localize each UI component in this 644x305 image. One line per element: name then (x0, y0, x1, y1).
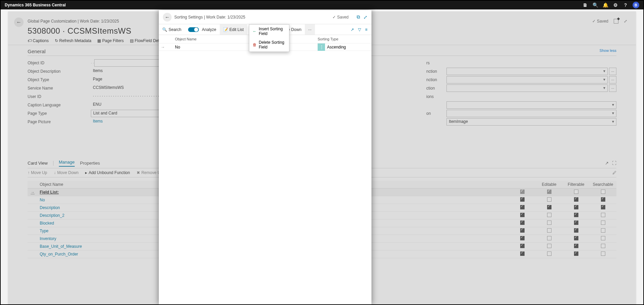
avatar[interactable]: B (633, 2, 639, 8)
modal-more-actions[interactable]: ··· (305, 24, 315, 35)
modal-filter-icon[interactable]: ▽ (358, 27, 361, 32)
modal-col-objname: Object Name (174, 37, 318, 41)
modal-back-button[interactable]: ← (163, 13, 172, 22)
row-actions-icon[interactable]: ⋮ (318, 43, 325, 51)
app-title: Dynamics 365 Business Central (5, 3, 66, 7)
gear-icon[interactable]: ⚙ (610, 2, 620, 8)
modal-expand-icon[interactable]: ⤢ (363, 14, 367, 20)
modal-share-icon[interactable]: ↗ (351, 27, 354, 32)
modal-edit-list[interactable]: 📝 Edit List (220, 24, 247, 35)
modal-col-sorttype: Sorting Type (318, 37, 371, 41)
modal-popout-icon[interactable]: ⧉ (357, 14, 360, 20)
sorting-settings-modal: ← Sorting Settings | Work Date: 1/23/202… (159, 10, 371, 304)
modal-crumb: Sorting Settings | Work Date: 1/23/2025 (174, 15, 245, 20)
help-icon[interactable]: ? (620, 2, 631, 8)
sort-type-value[interactable]: Ascending (327, 45, 346, 49)
row-arrow-icon: → (159, 45, 167, 49)
doc-icon[interactable]: 🗎 (580, 2, 590, 8)
analyze-toggle[interactable] (188, 27, 199, 32)
modal-list-icon[interactable]: ≡ (365, 27, 367, 32)
modal-analyze[interactable]: Analyze (185, 24, 220, 35)
sort-field-name[interactable]: No (174, 45, 318, 49)
modal-search[interactable]: 🔍 Search (159, 24, 185, 35)
modal-saved-status: Saved (332, 15, 349, 20)
search-icon[interactable]: 🔍 (590, 2, 600, 8)
bell-icon[interactable]: 🔔 (600, 2, 610, 8)
more-actions-dropdown: ←Insert Sorting Field 🗑Delete Sorting Fi… (249, 24, 289, 52)
insert-sorting-field[interactable]: ←Insert Sorting Field (249, 25, 289, 38)
delete-sorting-field[interactable]: 🗑Delete Sorting Field (249, 38, 289, 52)
